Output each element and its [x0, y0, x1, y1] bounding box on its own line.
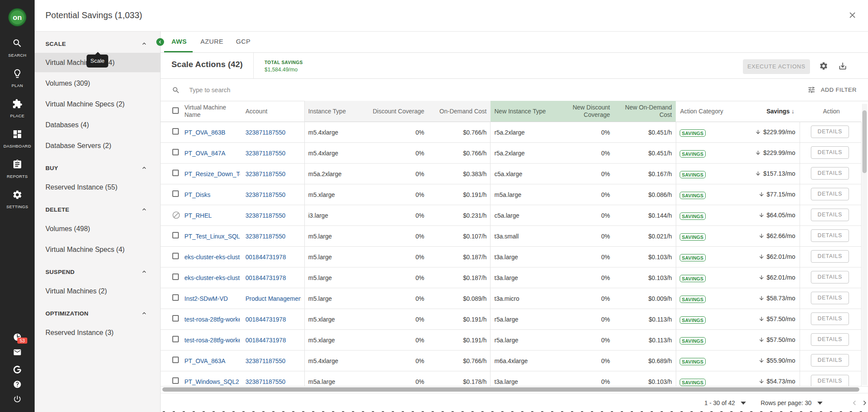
svg-text:on: on — [13, 13, 22, 22]
